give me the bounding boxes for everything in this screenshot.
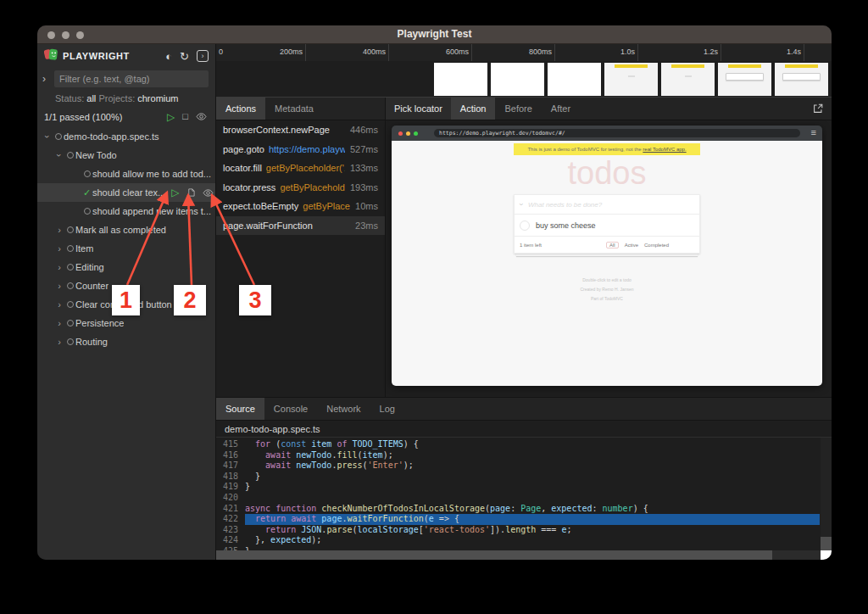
new-todo-input[interactable] (526, 200, 694, 209)
test-passed-icon: ✓ (81, 187, 92, 198)
tree-chevron-icon[interactable]: › (54, 318, 64, 328)
filter-status-line: Status: all Projects: chromium (37, 90, 215, 107)
watch-test-icon[interactable] (203, 187, 214, 198)
vertical-scrollbar[interactable] (821, 438, 832, 550)
browser-close-icon (398, 131, 403, 136)
test-tree-item[interactable]: ✓should clear tex...▷ (37, 183, 215, 202)
show-source-icon[interactable] (186, 187, 196, 198)
action-name: expect.toBeEmpty (223, 201, 298, 211)
test-tree-item[interactable]: ›Item (37, 239, 215, 258)
tree-chevron-icon[interactable]: › (54, 262, 64, 272)
close-window-button[interactable] (47, 31, 55, 39)
timeline-tick-label: 1.4s (721, 44, 804, 61)
test-title: Routing (75, 337, 108, 347)
action-list-item[interactable]: browserContext.newPage446ms (216, 120, 385, 140)
status-value[interactable]: all (86, 93, 96, 103)
run-test-button[interactable]: ▷ (171, 187, 179, 198)
frame-banner-bar (785, 64, 818, 68)
reload-icon[interactable]: ↻ (180, 51, 189, 62)
todo-filter-completed[interactable]: Completed (644, 243, 669, 248)
tab-after[interactable]: After (542, 98, 580, 120)
maximize-window-button[interactable] (76, 31, 84, 39)
tree-chevron-icon[interactable]: › (54, 225, 64, 235)
filter-expand-chevron[interactable]: › (42, 73, 51, 85)
test-tree-item[interactable]: ›Routing (37, 332, 215, 351)
hscroll-thumb[interactable] (216, 550, 772, 560)
run-all-button[interactable]: ▷ (167, 112, 175, 122)
filmstrip-frame[interactable] (548, 63, 601, 96)
tree-chevron-icon[interactable]: › (54, 299, 64, 310)
tab-actions[interactable]: Actions (216, 98, 265, 120)
test-title: Counter (75, 281, 108, 291)
tab-source[interactable]: Source (216, 398, 264, 420)
horizontal-scrollbar[interactable] (216, 550, 821, 560)
tree-chevron-icon[interactable]: › (42, 131, 53, 142)
test-tree-item[interactable]: ›Editing (37, 258, 215, 276)
test-tree-item[interactable]: should allow me to add tod... (37, 165, 215, 183)
tree-chevron-icon[interactable]: › (54, 337, 64, 347)
projects-value[interactable]: chromium (137, 93, 178, 103)
todo-card: › buy some cheese 1 item left (514, 194, 700, 254)
tab-network[interactable]: Network (317, 398, 370, 420)
filmstrip-frame[interactable] (434, 63, 487, 96)
test-tree-item[interactable]: should append new items t... (37, 202, 215, 220)
test-tree-item[interactable]: ›demo-todo-app.spec.ts (37, 127, 215, 146)
todo-checkbox[interactable] (520, 220, 530, 231)
action-list-item[interactable]: locator.fillgetByPlaceholder('...133ms (216, 159, 385, 178)
action-list-item[interactable]: expect.toBeEmptygetByPlaceh...10ms (216, 197, 385, 216)
todo-item: buy some cheese (515, 215, 699, 237)
filmstrip-frame[interactable] (604, 63, 658, 96)
demo-banner-link[interactable]: real TodoMVC app. (643, 147, 686, 152)
source-panel: SourceConsoleNetworkLog demo-todo-app.sp… (216, 397, 832, 560)
code-line: 417 await newTodo.press('Enter'); (223, 460, 820, 472)
pick-locator-button[interactable]: Pick locator (386, 98, 451, 120)
test-title: Persistence (75, 318, 124, 328)
filmstrip-frame[interactable] (661, 63, 715, 96)
tab-metadata[interactable]: Metadata (265, 98, 323, 120)
todo-filter-all[interactable]: All (606, 242, 619, 248)
vscroll-thumb[interactable] (821, 537, 832, 550)
browser-menu-icon[interactable]: ≡ (811, 127, 816, 137)
filmstrip-frame[interactable] (491, 63, 544, 96)
theme-toggle-icon[interactable]: ◐ (165, 51, 172, 62)
tab-log[interactable]: Log (370, 398, 404, 420)
tree-chevron-icon[interactable]: › (54, 281, 64, 291)
watch-all-icon[interactable] (196, 111, 207, 122)
tab-console[interactable]: Console (264, 398, 317, 420)
test-pending-icon (64, 243, 75, 254)
tree-chevron-icon[interactable]: › (54, 243, 64, 254)
new-todo-row: › (515, 195, 699, 215)
todo-item-label: buy some cheese (536, 221, 596, 230)
todo-filter-active[interactable]: Active (625, 243, 638, 248)
line-code: return JSON.parse(localStorage['react-to… (245, 525, 820, 536)
filter-input[interactable] (54, 70, 209, 87)
test-tree-item[interactable]: ›New Todo (37, 146, 215, 165)
stop-button[interactable]: □ (182, 112, 188, 121)
tab-action[interactable]: Action (451, 98, 496, 120)
tab-before[interactable]: Before (495, 98, 541, 120)
timeline-tick-label: 200ms (216, 44, 306, 61)
filmstrip-frame[interactable] (775, 63, 828, 96)
test-pending-icon (64, 262, 75, 272)
terminal-icon[interactable]: › (197, 50, 209, 62)
line-number: 416 (223, 450, 245, 461)
open-external-icon[interactable] (812, 103, 824, 116)
items-left-count: 1 item left (520, 243, 606, 248)
toggle-all-chevron[interactable]: › (517, 204, 526, 206)
filmstrip-frame[interactable] (718, 63, 771, 96)
action-list-item[interactable]: page.gotohttps://demo.playw...527ms (216, 140, 385, 159)
test-title: New Todo (75, 150, 117, 160)
test-title: should clear tex... (92, 187, 165, 198)
action-list-item[interactable]: locator.pressgetByPlaceholde...193ms (216, 178, 385, 198)
tree-chevron-icon[interactable]: › (54, 150, 64, 160)
action-target: https://demo.playw... (269, 144, 345, 154)
test-tree-item[interactable]: ›Persistence (37, 314, 215, 332)
trace-timeline[interactable]: 0200ms400ms600ms800ms1.0s1.2s1.4s (216, 44, 832, 98)
test-pending-icon (64, 337, 75, 347)
action-list-item[interactable]: page.waitForFunction23ms (216, 216, 385, 236)
test-title: Editing (75, 262, 104, 272)
minimize-window-button[interactable] (62, 31, 70, 39)
address-bar[interactable]: https://demo.playwright.dev/todomvc/#/ (434, 129, 800, 137)
run-summary-text: 1/1 passed (100%) (44, 112, 122, 122)
test-tree-item[interactable]: ›Mark all as completed (37, 220, 215, 239)
